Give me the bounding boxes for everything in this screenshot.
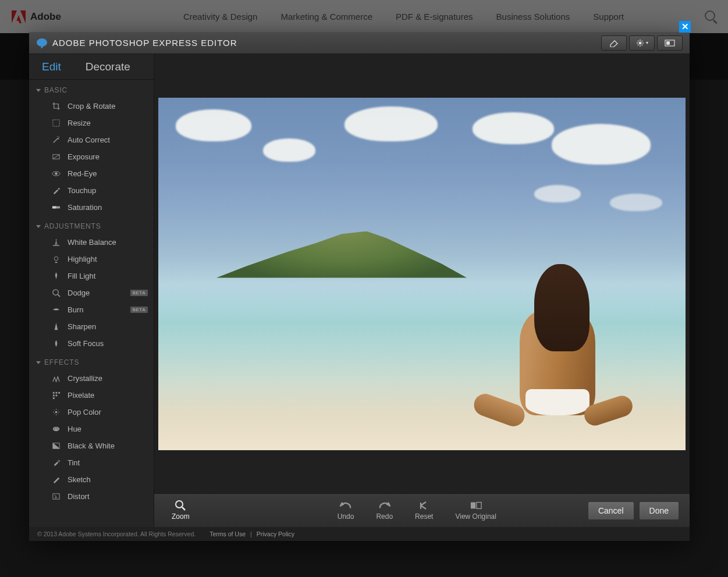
svg-rect-31 <box>471 503 475 509</box>
touchup-icon <box>51 186 61 195</box>
tool-white-balance[interactable]: White Balance <box>29 234 154 251</box>
tool-auto-correct[interactable]: Auto Correct <box>29 131 154 148</box>
crystallize-icon <box>51 374 61 383</box>
svg-point-24 <box>55 428 56 429</box>
group-header-effects[interactable]: EFFECTS <box>29 352 154 370</box>
zoom-icon <box>175 500 186 511</box>
settings-button[interactable]: ▾ <box>629 35 655 51</box>
tool-pop-color[interactable]: Pop Color <box>29 404 154 421</box>
group-header-adjustments[interactable]: ADJUSTMENTS <box>29 216 154 234</box>
svg-rect-20 <box>55 395 57 397</box>
cancel-button[interactable]: Cancel <box>588 501 634 520</box>
tool-label: Fill Light <box>68 272 95 280</box>
group-header-basic[interactable]: BASIC <box>29 80 154 98</box>
white-balance-icon <box>51 238 61 247</box>
photo-canvas[interactable] <box>158 98 686 450</box>
svg-line-30 <box>182 507 185 510</box>
zoom-button[interactable]: Zoom <box>165 500 197 521</box>
view-original-button[interactable]: View Original <box>448 500 503 521</box>
app-title: ADOBE PHOTOSHOP EXPRESS EDITOR <box>52 38 237 48</box>
exposure-icon <box>51 152 61 162</box>
svg-rect-32 <box>477 503 481 509</box>
tool-label: Exposure <box>68 152 100 161</box>
tool-fill-light[interactable]: Fill Light <box>29 268 154 284</box>
tool-sharpen[interactable]: Sharpen <box>29 318 154 335</box>
tool-dodge[interactable]: DodgeBETA <box>29 284 154 301</box>
tab-edit[interactable]: Edit <box>42 60 61 73</box>
fill-light-icon <box>51 272 61 281</box>
undo-button[interactable]: Undo <box>331 500 361 521</box>
svg-point-10 <box>55 172 58 175</box>
beta-badge: BETA <box>130 307 148 313</box>
svg-rect-1 <box>41 44 43 48</box>
svg-point-22 <box>55 411 57 414</box>
crop-rotate-icon <box>51 102 61 111</box>
svg-rect-19 <box>52 395 54 397</box>
tool-highlight[interactable]: Highlight <box>29 251 154 268</box>
red-eye-icon <box>51 169 61 179</box>
pop-color-icon <box>51 408 61 417</box>
tool-label: Burn <box>68 305 83 314</box>
tool-distort[interactable]: Distort <box>29 488 154 505</box>
tool-exposure[interactable]: Exposure <box>29 148 154 165</box>
terms-link[interactable]: Terms of Use <box>209 530 246 537</box>
sidebar: Edit Decorate BASICCrop & RotateResizeAu… <box>29 54 154 527</box>
soft-focus-icon <box>51 339 61 348</box>
tool-soft-focus[interactable]: Soft Focus <box>29 335 154 352</box>
tool-label: Dodge <box>68 288 90 297</box>
tool-label: Sharpen <box>68 322 96 331</box>
fullscreen-button[interactable] <box>657 35 683 51</box>
tool-label: Resize <box>68 119 91 127</box>
tool-saturation[interactable]: Saturation <box>29 199 154 216</box>
tool-hue[interactable]: Hue <box>29 421 154 437</box>
tool-label: Pixelate <box>68 391 94 400</box>
tool-crystallize[interactable]: Crystallize <box>29 370 154 387</box>
svg-point-7 <box>56 136 57 137</box>
tool-label: Saturation <box>68 203 102 212</box>
privacy-link[interactable]: Privacy Policy <box>257 530 294 537</box>
tool-crop-rotate[interactable]: Crop & Rotate <box>29 98 154 115</box>
editor-window: ✕ ADOBE PHOTOSHOP EXPRESS EDITOR ▾ Edit … <box>29 32 690 541</box>
tool-label: Tint <box>68 458 80 467</box>
highlight-icon <box>51 255 61 264</box>
tool-sketch[interactable]: Sketch <box>29 471 154 488</box>
svg-rect-21 <box>52 397 54 399</box>
tool-resize[interactable]: Resize <box>29 115 154 131</box>
svg-rect-16 <box>52 392 54 394</box>
done-button[interactable]: Done <box>639 501 679 520</box>
footer: © 2013 Adobe Systems Incorporated. All R… <box>29 527 690 541</box>
bottom-toolbar: Zoom Undo Redo Reset <box>154 493 690 527</box>
eraser-button[interactable] <box>601 35 627 51</box>
tool-label: Auto Correct <box>68 136 110 144</box>
sharpen-icon <box>51 322 61 332</box>
reset-icon <box>418 500 430 511</box>
svg-point-23 <box>54 428 55 429</box>
reset-button[interactable]: Reset <box>408 500 440 521</box>
tab-decorate[interactable]: Decorate <box>86 60 130 73</box>
tool-label: Touchup <box>68 186 96 195</box>
svg-point-2 <box>639 41 642 44</box>
svg-point-27 <box>58 460 59 462</box>
tool-burn[interactable]: BurnBETA <box>29 301 154 318</box>
tool-touchup[interactable]: Touchup <box>29 182 154 199</box>
svg-point-6 <box>58 137 59 138</box>
beta-badge: BETA <box>130 290 148 296</box>
tool-red-eye[interactable]: Red-Eye <box>29 165 154 182</box>
black-white-icon <box>51 441 61 451</box>
tool-black-white[interactable]: Black & White <box>29 437 154 454</box>
svg-rect-4 <box>666 41 670 45</box>
svg-rect-5 <box>52 120 59 126</box>
redo-button[interactable]: Redo <box>369 500 400 521</box>
svg-point-29 <box>176 501 183 508</box>
burn-icon <box>51 305 61 315</box>
tool-tint[interactable]: Tint <box>29 454 154 471</box>
svg-point-14 <box>52 290 58 295</box>
svg-rect-17 <box>55 392 57 394</box>
tool-pixelate[interactable]: Pixelate <box>29 387 154 404</box>
svg-point-13 <box>54 257 58 261</box>
close-button[interactable]: ✕ <box>679 21 691 33</box>
svg-line-15 <box>58 294 60 297</box>
dodge-icon <box>51 288 61 298</box>
distort-icon <box>51 492 61 501</box>
tool-label: White Balance <box>68 238 116 247</box>
